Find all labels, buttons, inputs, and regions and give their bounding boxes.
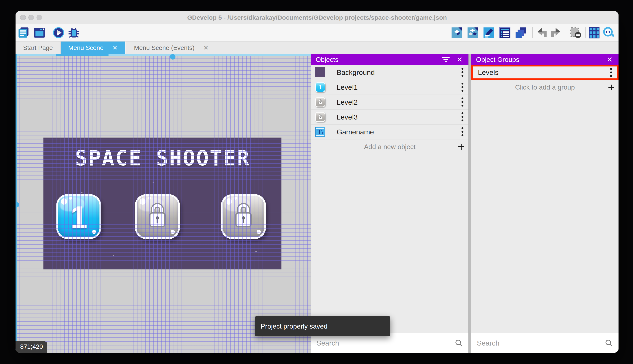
search-icon [455,339,463,347]
group-row-levels[interactable]: Levels [471,65,618,80]
horizontal-scrollbar[interactable] [16,54,311,56]
object-name: Level2 [337,98,358,106]
editor-content: SPACE SHOOTER 1 [16,54,618,353]
vertical-scrollbar[interactable] [16,54,17,353]
save-toast: Project properly saved [255,316,390,336]
object-name: Level3 [337,113,358,121]
close-window-button[interactable] [20,15,26,20]
toast-message: Project properly saved [261,322,328,330]
star-decoration [113,255,114,256]
object-name: Level1 [337,83,358,92]
object-menu-icon[interactable] [461,68,463,77]
toolbar-divider [566,27,566,38]
tab-close-icon[interactable]: ✕ [203,45,209,51]
level3-button-instance[interactable] [221,194,266,239]
tab-label: Start Page [23,44,53,51]
game-title-text: SPACE SHOOTER [44,146,281,170]
object-row-level3[interactable]: Level3 [311,110,468,124]
lock-icon [147,203,168,229]
minimize-window-button[interactable] [28,15,34,20]
project-manager-icon[interactable] [18,27,30,39]
object-menu-icon[interactable] [461,127,463,136]
star-decoration [81,192,83,193]
level3-thumbnail [315,112,325,122]
objects-panel-header: Objects ✕ [311,54,468,65]
instances-list-icon[interactable] [499,27,511,39]
scene-window-icon[interactable] [33,27,46,39]
object-menu-icon[interactable] [461,82,463,92]
search-icon [605,339,613,347]
close-panel-icon[interactable]: ✕ [605,55,614,64]
toggle-grid-icon[interactable] [588,27,600,39]
redo-icon[interactable] [550,27,562,39]
groups-search-row [471,334,618,353]
button-sparkle [234,197,237,200]
debug-icon[interactable] [68,27,80,39]
toggle-mask-icon[interactable] [570,27,582,39]
add-group-row[interactable]: Click to add a group + [471,80,618,95]
gdevelop-window: GDevelop 5 - /Users/dkarakay/Documents/G… [16,11,618,353]
add-object-row[interactable]: Add a new object + [311,140,468,154]
groups-panel-header: Object Groups ✕ [471,54,618,65]
lock-icon [232,203,254,229]
toolbar-divider [49,27,49,38]
object-groups-icon[interactable] [467,27,479,39]
button-sparkle [226,198,232,205]
plus-icon[interactable]: + [458,141,465,153]
panel-resize-divider[interactable] [468,54,471,353]
tab-menu-scene-events[interactable]: Menu Scene (Events) ✕ [126,42,216,54]
zoom-one-to-one-icon[interactable]: 1:1 [603,27,615,39]
button-sparkle [171,230,175,234]
object-menu-icon[interactable] [461,112,463,122]
toolbar-divider [585,27,585,38]
object-menu-icon[interactable] [461,98,463,107]
undo-icon[interactable] [536,27,548,39]
play-preview-icon[interactable] [53,27,65,39]
group-name: Levels [478,68,498,76]
scene-canvas[interactable]: SPACE SHOOTER 1 [16,54,311,353]
layers-icon[interactable] [515,27,527,39]
window-title: GDevelop 5 - /Users/dkarakay/Documents/G… [16,11,618,24]
gamename-thumbnail: Tx [315,127,325,137]
title-bar: GDevelop 5 - /Users/dkarakay/Documents/G… [16,11,618,24]
tab-menu-scene[interactable]: Menu Scene ✕ [61,42,125,54]
toolbar-divider [532,27,533,38]
plus-icon[interactable]: + [608,82,615,93]
game-background-instance[interactable]: SPACE SHOOTER 1 [44,138,281,270]
add-object-label: Add a new object [364,143,416,151]
object-row-background[interactable]: Background [311,65,468,80]
tab-close-icon[interactable]: ✕ [112,45,118,51]
object-row-level2[interactable]: Level2 [311,95,468,110]
background-thumbnail [315,67,325,77]
desktop-background: GDevelop 5 - /Users/dkarakay/Documents/G… [0,0,633,364]
level2-thumbnail [315,97,325,107]
svg-text:1:1: 1:1 [605,30,610,34]
filter-icon[interactable] [442,55,450,64]
level1-thumbnail: 1 [315,82,325,92]
close-panel-icon[interactable]: ✕ [455,55,464,64]
object-name: Gamename [337,128,374,136]
groups-search-input[interactable] [477,339,605,347]
objects-list-icon[interactable] [451,27,463,39]
level1-button-instance[interactable]: 1 [56,194,101,239]
groups-panel-title: Object Groups [476,56,600,64]
object-groups-panel: Object Groups ✕ Levels Click to add a gr… [471,54,618,353]
tab-label: Menu Scene [68,44,104,51]
group-menu-icon[interactable] [610,68,612,77]
level2-button-instance[interactable] [135,194,180,239]
tab-start-page[interactable]: Start Page [16,42,61,54]
horizontal-scrollbar-range [56,54,109,56]
object-row-level1[interactable]: 1 Level1 [311,80,468,95]
properties-icon[interactable] [483,27,495,39]
add-group-label: Click to add a group [515,84,575,91]
button-sparkle [140,198,146,205]
horizontal-scrollbar-handle[interactable] [170,54,175,60]
objects-search-input[interactable] [316,339,455,347]
object-name: Background [337,68,375,76]
star-decoration [255,251,257,252]
objects-panel-title: Objects [316,56,436,64]
object-row-gamename[interactable]: Tx Gamename [311,124,468,140]
maximize-window-button[interactable] [37,15,42,20]
button-sparkle [148,197,151,200]
vertical-scrollbar-handle[interactable] [16,202,19,208]
